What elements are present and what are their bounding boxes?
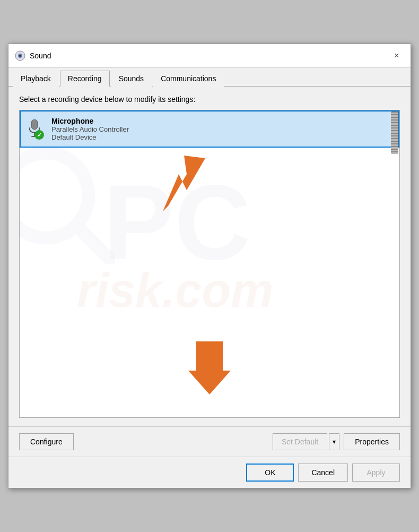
watermark-risk: risk.com (77, 259, 342, 319)
arrow-down (188, 341, 231, 396)
tab-playback[interactable]: Playback (13, 71, 59, 87)
watermark-pc: PC (103, 174, 316, 282)
svg-text:risk.com: risk.com (77, 264, 273, 317)
watermark-magnify (20, 148, 115, 266)
device-name: Microphone (51, 117, 129, 125)
set-default-button[interactable]: Set Default (273, 433, 327, 450)
tab-communications[interactable]: Communications (153, 71, 224, 87)
default-check-badge: ✓ (34, 130, 44, 140)
svg-line-9 (79, 228, 110, 259)
device-info: Microphone Parallels Audio Controller De… (51, 117, 129, 141)
device-icon-area: ✓ (27, 119, 46, 139)
arrow-up-right (136, 153, 205, 218)
device-controller: Parallels Audio Controller (51, 125, 129, 133)
sound-dialog: Sound × Playback Recording Sounds Commun… (8, 44, 411, 488)
svg-marker-11 (163, 156, 205, 211)
tab-sounds[interactable]: Sounds (111, 71, 152, 87)
device-list[interactable]: ✓ Microphone Parallels Audio Controller … (19, 110, 400, 418)
main-content: Select a recording device below to modif… (8, 87, 411, 426)
sound-icon (15, 50, 25, 61)
tab-bar: Playback Recording Sounds Communications (8, 68, 411, 87)
svg-marker-12 (188, 341, 231, 394)
device-item-microphone[interactable]: ✓ Microphone Parallels Audio Controller … (20, 110, 399, 148)
watermark-area: PC risk.com (20, 142, 399, 417)
svg-rect-3 (31, 119, 37, 130)
default-button-group: Set Default ▾ Properties (273, 433, 400, 450)
svg-point-2 (19, 55, 21, 57)
cancel-button[interactable]: Cancel (298, 464, 348, 482)
tab-recording[interactable]: Recording (60, 71, 110, 87)
close-button[interactable]: × (389, 48, 404, 63)
device-list-inner: ✓ Microphone Parallels Audio Controller … (20, 110, 399, 417)
bottom-action-bar: Configure Set Default ▾ Properties (8, 426, 411, 457)
dialog-footer: OK Cancel Apply (8, 457, 411, 488)
properties-button[interactable]: Properties (344, 433, 400, 450)
dialog-title: Sound (30, 52, 389, 60)
title-bar: Sound × (8, 44, 411, 68)
scrollbar-indicator (391, 111, 398, 154)
configure-button[interactable]: Configure (19, 433, 74, 450)
svg-point-8 (20, 153, 89, 238)
ok-button[interactable]: OK (246, 464, 294, 482)
set-default-dropdown[interactable]: ▾ (329, 433, 339, 450)
apply-button[interactable]: Apply (352, 464, 400, 482)
svg-text:PC: PC (103, 174, 251, 280)
device-status: Default Device (51, 133, 129, 141)
instruction-text: Select a recording device below to modif… (19, 95, 400, 104)
